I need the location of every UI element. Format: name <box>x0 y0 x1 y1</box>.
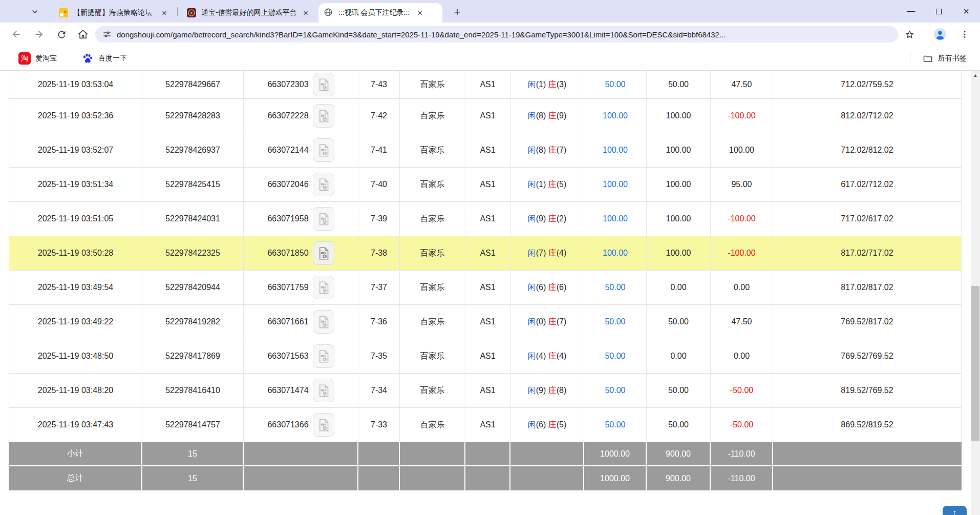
bookmark-star-button[interactable] <box>900 25 919 44</box>
cell-time: 2025-11-19 03:50:28 <box>9 236 142 270</box>
cell-balance: 819.52/769.52 <box>773 374 962 407</box>
browser-menu-button[interactable] <box>955 25 974 44</box>
cell-bet-amount[interactable]: 100.00 <box>584 236 647 270</box>
cell-bet-amount[interactable]: 100.00 <box>584 99 647 133</box>
cell-time: 2025-11-19 03:47:43 <box>9 408 142 442</box>
cell-win-loss: -100.00 <box>711 202 773 236</box>
cell-bet-amount[interactable]: 50.00 <box>584 71 647 98</box>
video-replay-button[interactable] <box>313 104 334 128</box>
forward-button[interactable] <box>30 25 48 44</box>
cell-table: AS1 <box>465 374 510 407</box>
tab-forum[interactable]: 【新提醒】海燕策略论坛 - 综合 × <box>53 3 172 23</box>
cell-bet-amount[interactable]: 50.00 <box>584 305 647 339</box>
tab-close-icon[interactable]: × <box>162 9 167 17</box>
tab-close-icon[interactable]: × <box>303 9 308 17</box>
scrollbar-thumb[interactable] <box>971 286 979 441</box>
video-replay-button[interactable] <box>313 413 334 437</box>
cell-bet-amount[interactable]: 50.00 <box>584 339 647 373</box>
cell-bet-amount[interactable]: 50.00 <box>584 408 647 442</box>
cell-table: AS1 <box>465 99 510 133</box>
cell-time: 2025-11-19 03:48:50 <box>9 339 142 373</box>
address-bar[interactable]: dongshouji.com/game/betrecord_search/kin… <box>95 26 898 43</box>
cell-result: 闲(6) 庄(6) <box>510 271 584 304</box>
video-file-icon <box>316 109 330 123</box>
video-replay-button[interactable] <box>313 207 334 231</box>
video-file-icon <box>316 177 330 192</box>
cell-result: 闲(8) 庄(7) <box>510 133 584 167</box>
cell-bet-id: 522978426937 <box>142 133 244 167</box>
url-text[interactable]: dongshouji.com/game/betrecord_search/kin… <box>117 30 726 39</box>
all-bookmarks-button[interactable]: 所有书签 <box>910 46 967 71</box>
cell-bet-amount[interactable]: 50.00 <box>584 374 647 407</box>
round-id-text: 663071563 <box>267 352 308 361</box>
video-replay-button[interactable] <box>313 73 334 96</box>
folder-icon <box>923 53 933 64</box>
tab-tongbao[interactable]: 通宝-信誉最好的网上游戏平台 × <box>181 3 313 23</box>
vertical-scrollbar[interactable]: ▲ <box>971 71 980 515</box>
cell-bet-amount[interactable]: 100.00 <box>584 202 647 236</box>
video-file-icon <box>316 246 330 261</box>
footer-bet-total: 1000.00 <box>584 442 647 466</box>
cell-round-id: 663071563 <box>244 339 358 373</box>
minimize-button[interactable]: — <box>897 0 925 23</box>
cell-round-id: 663071958 <box>244 202 358 236</box>
cell-game: 百家乐 <box>400 133 465 167</box>
result-text: 闲(1) 庄(5) <box>528 179 567 190</box>
browser-window: 【新提醒】海燕策略论坛 - 综合 × 通宝-信誉最好的网上游戏平台 × :::视… <box>0 0 980 515</box>
cell-round-id: 663071759 <box>244 271 358 304</box>
all-bookmarks-label: 所有书签 <box>938 54 967 63</box>
cell-win-loss: 100.00 <box>711 133 773 167</box>
video-replay-button[interactable] <box>313 310 334 334</box>
video-replay-button[interactable] <box>313 138 334 162</box>
bookmark-baidu[interactable]: 百度一下 <box>81 52 127 65</box>
cell-bet-amount[interactable]: 100.00 <box>584 133 647 167</box>
cell-win-loss: 0.00 <box>711 339 773 373</box>
close-window-button[interactable]: × <box>952 0 980 23</box>
profile-button[interactable] <box>931 25 949 44</box>
cell-round: 7-37 <box>358 271 400 304</box>
back-button[interactable] <box>7 25 26 44</box>
cell-table: AS1 <box>465 202 510 236</box>
cell-bet-id: 522978420944 <box>142 271 244 304</box>
cell-bet-amount[interactable]: 100.00 <box>584 168 647 201</box>
result-text: 闲(8) 庄(7) <box>528 145 567 156</box>
cell-balance: 817.02/717.02 <box>773 236 962 270</box>
cell-valid-amount: 100.00 <box>647 133 711 167</box>
video-replay-button[interactable] <box>313 241 334 265</box>
tab-search-button[interactable] <box>25 4 45 19</box>
cell-result: 闲(9) 庄(8) <box>510 374 584 407</box>
cell-time: 2025-11-19 03:51:34 <box>9 168 142 201</box>
cell-bet-id: 522978428283 <box>142 99 244 133</box>
reload-button[interactable] <box>52 25 71 44</box>
tab-bet-records-active[interactable]: :::视讯 会员下注纪录::: × <box>318 3 442 23</box>
back-to-top-button[interactable]: ↑ <box>943 506 967 515</box>
cell-valid-amount: 100.00 <box>647 236 711 270</box>
new-tab-button[interactable]: + <box>450 5 465 20</box>
tune-icon[interactable] <box>102 30 112 39</box>
cell-time: 2025-11-19 03:49:22 <box>9 305 142 339</box>
video-file-icon <box>316 383 330 398</box>
bookmark-taobao[interactable]: 淘 爱淘宝 <box>18 52 57 65</box>
cell-round-id: 663071474 <box>244 374 358 407</box>
cell-game: 百家乐 <box>400 374 465 407</box>
maximize-button[interactable] <box>925 0 952 23</box>
tab-close-icon[interactable]: × <box>417 9 422 17</box>
home-button[interactable] <box>74 25 92 44</box>
scroll-up-arrow-icon[interactable]: ▲ <box>971 73 980 78</box>
video-replay-button[interactable] <box>313 173 334 196</box>
tab-divider <box>177 7 178 16</box>
cell-bet-id: 522978419282 <box>142 305 244 339</box>
bookmarks-bar: 淘 爱淘宝 百度一下 所有书签 <box>0 46 980 71</box>
table-row: 2025-11-19 03:48:50522978417869663071563… <box>9 339 962 374</box>
video-replay-button[interactable] <box>313 379 334 402</box>
cell-bet-amount[interactable]: 50.00 <box>584 271 647 304</box>
cell-win-loss: 47.50 <box>711 305 773 339</box>
video-replay-button[interactable] <box>313 344 334 368</box>
cell-bet-id: 522978425415 <box>142 168 244 201</box>
footer-empty <box>400 442 465 466</box>
arrow-up-icon: ↑ <box>953 508 957 515</box>
cell-result: 闲(0) 庄(7) <box>510 305 584 339</box>
video-file-icon <box>316 143 330 158</box>
video-file-icon <box>316 418 330 432</box>
video-replay-button[interactable] <box>313 276 334 299</box>
